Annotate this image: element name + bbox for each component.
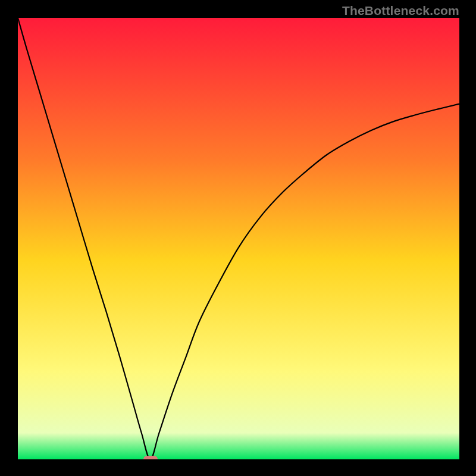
bottleneck-curve bbox=[18, 18, 459, 459]
plot-area bbox=[18, 18, 459, 459]
optimum-marker bbox=[143, 456, 158, 459]
chart-frame: TheBottleneck.com bbox=[0, 0, 476, 476]
watermark-text: TheBottleneck.com bbox=[342, 4, 459, 18]
